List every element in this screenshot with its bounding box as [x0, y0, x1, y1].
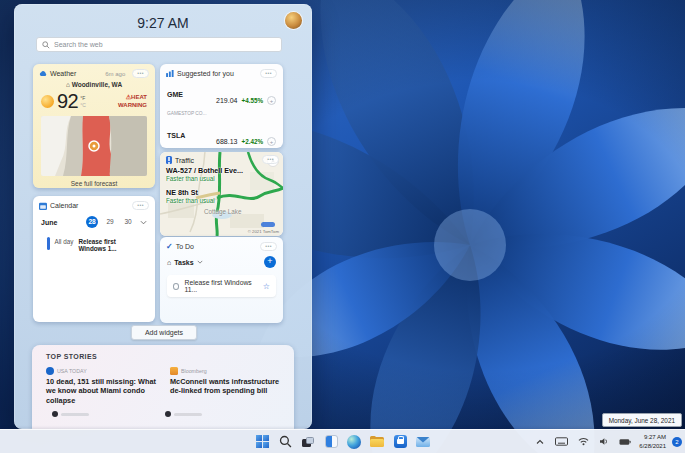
weather-alert-map[interactable] — [41, 116, 147, 176]
task-complete-checkbox[interactable] — [173, 283, 179, 290]
chevron-up-icon — [535, 438, 545, 446]
chevron-down-icon[interactable] — [140, 220, 147, 225]
traffic-route-status: Faster than usual — [166, 197, 277, 204]
top-stories-header: TOP STORIES — [32, 345, 294, 360]
todo-widget[interactable]: ✓ To Do ••• ⌂ Tasks + Release first Wind… — [160, 237, 283, 323]
stock-row-tsla[interactable]: TSLA TESLA, INC. 688.13 +2.42% + — [160, 121, 283, 148]
news-story-card-partial[interactable] — [52, 411, 89, 417]
traffic-title: Traffic — [175, 157, 194, 164]
add-widgets-button[interactable]: Add widgets — [131, 325, 197, 340]
weather-more-button[interactable]: ••• — [132, 69, 149, 78]
windows-logo-icon — [256, 435, 269, 448]
calendar-date-selected[interactable]: 28 — [86, 216, 98, 228]
mail-icon — [416, 437, 430, 447]
calendar-more-button[interactable]: ••• — [132, 201, 149, 210]
traffic-widget[interactable]: Traffic WA-527 / Bothell Eve... Faster t… — [160, 152, 283, 236]
date-tooltip: Monday, June 28, 2021 — [602, 413, 682, 427]
calendar-date[interactable]: 29 — [104, 216, 116, 228]
stock-change: +2.42% — [241, 138, 263, 145]
search-input[interactable] — [54, 41, 276, 48]
location-icon: ⌂ — [66, 81, 70, 88]
battery-button[interactable] — [617, 436, 633, 448]
add-task-button[interactable]: + — [264, 256, 276, 268]
notification-count-badge[interactable]: 2 — [672, 437, 682, 447]
file-explorer-button[interactable] — [369, 433, 386, 450]
tray-time: 9:27 AM — [644, 434, 666, 440]
traffic-route-name: WA-527 / Bothell Eve... — [166, 166, 277, 175]
weather-location: ⌂ Woodinville, WA — [33, 81, 155, 88]
start-button[interactable] — [254, 433, 271, 450]
news-story-card[interactable]: Bloomberg McConnell wants infrastructure… — [170, 367, 280, 405]
bloomberg-logo-icon — [170, 367, 178, 375]
news-story-card-partial[interactable] — [165, 411, 202, 417]
touch-keyboard-button[interactable] — [553, 435, 570, 448]
store-icon — [394, 435, 407, 448]
traffic-more-button[interactable]: ••• — [262, 155, 279, 164]
stock-change: +4.55% — [241, 97, 263, 104]
task-view-button[interactable] — [300, 433, 317, 450]
todo-list-selector[interactable]: Tasks — [174, 259, 193, 266]
battery-icon — [619, 438, 631, 446]
unit-toggle[interactable]: °F °C — [80, 95, 86, 108]
weather-title: Weather — [50, 70, 76, 77]
edge-browser-button[interactable] — [346, 433, 363, 450]
weather-updated: 6m ago — [105, 71, 125, 77]
todo-task-row[interactable]: Release first Windows 11... ☆ — [167, 275, 276, 297]
edge-icon — [347, 435, 361, 449]
todo-more-button[interactable]: ••• — [260, 242, 277, 251]
story-headline: 10 dead, 151 still missing: What we know… — [46, 377, 156, 405]
weather-widget[interactable]: Weather 6m ago ••• ⌂ Woodinville, WA 92 … — [33, 64, 155, 188]
event-color-bar — [47, 237, 50, 250]
star-icon[interactable]: ☆ — [263, 282, 270, 291]
add-to-watchlist-button[interactable]: + — [267, 96, 276, 105]
weather-forecast-link[interactable]: See full forecast — [33, 176, 155, 187]
widgets-icon — [325, 435, 338, 448]
taskbar-clock[interactable]: 9:27 AM 6/28/2021 — [639, 433, 666, 449]
stock-symbol: GME — [167, 91, 183, 98]
todo-title: To Do — [176, 243, 194, 250]
taskbar-search-button[interactable] — [277, 433, 294, 450]
story-source-placeholder — [174, 413, 202, 416]
calendar-date[interactable]: 30 — [122, 216, 134, 228]
calendar-event[interactable]: All day Release first Windows 1... — [33, 230, 155, 252]
story-logo-icon — [52, 411, 58, 417]
folder-icon — [370, 436, 384, 447]
desktop: 9:27 AM Weather 6m ago ••• ⌂ Woodinville… — [0, 0, 685, 453]
mail-button[interactable] — [415, 433, 432, 450]
volume-icon — [599, 437, 609, 446]
user-avatar[interactable] — [285, 12, 302, 29]
stocks-widget[interactable]: Suggested for you ••• GME GAMESTOP CO...… — [160, 64, 283, 148]
stocks-title: Suggested for you — [177, 70, 234, 77]
traffic-icon — [166, 156, 172, 164]
add-to-watchlist-button[interactable]: + — [267, 137, 276, 146]
news-feed-card: TOP STORIES USA TODAY 10 dead, 151 still… — [32, 345, 294, 429]
calendar-month: June — [41, 219, 57, 226]
widgets-panel: 9:27 AM Weather 6m ago ••• ⌂ Woodinville… — [14, 4, 312, 429]
story-headline: McConnell wants infrastructure de-linked… — [170, 377, 280, 396]
tray-date: 6/28/2021 — [639, 443, 666, 449]
map-place-label: Cottage Lake — [204, 208, 241, 215]
traffic-route-name: NE 8th St — [166, 188, 277, 197]
calendar-widget[interactable]: Calendar ••• June 28 29 30 All day Relea… — [33, 196, 155, 322]
calendar-title: Calendar — [50, 202, 78, 209]
stock-row-gme[interactable]: GME GAMESTOP CO... 219.04 +4.55% + — [160, 80, 283, 121]
show-hidden-icons-button[interactable] — [533, 436, 547, 448]
volume-button[interactable] — [597, 435, 611, 448]
taskbar: 9:27 AM 6/28/2021 2 — [0, 429, 685, 453]
story-source: USA TODAY — [57, 368, 87, 374]
weather-icon — [39, 71, 47, 77]
web-search-bar[interactable] — [36, 37, 282, 52]
search-icon — [279, 435, 292, 448]
panel-clock: 9:27 AM — [14, 15, 312, 31]
widgets-button[interactable] — [323, 433, 340, 450]
stocks-more-button[interactable]: ••• — [260, 69, 277, 78]
microsoft-store-button[interactable] — [392, 433, 409, 450]
map-copyright: © 2021 TomTom — [248, 229, 279, 234]
story-source-placeholder — [61, 413, 89, 416]
chevron-down-icon[interactable] — [197, 260, 203, 264]
news-story-card[interactable]: USA TODAY 10 dead, 151 still missing: Wh… — [46, 367, 156, 405]
network-button[interactable] — [576, 435, 591, 448]
touch-keyboard-icon — [555, 437, 568, 446]
stock-price: 219.04 — [216, 97, 237, 104]
home-icon: ⌂ — [167, 259, 171, 266]
